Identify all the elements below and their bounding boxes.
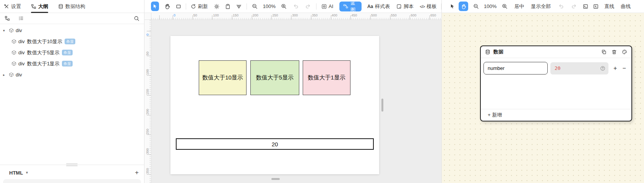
number-value-box[interactable]: 20: [176, 138, 374, 150]
script-icon: [396, 4, 402, 9]
ruler-corner: [144, 13, 151, 20]
ai-button[interactable]: AI: [321, 3, 333, 9]
field-value-display[interactable]: 20: [550, 62, 608, 74]
ruler-tick-label: 650: [430, 13, 436, 17]
vertical-scrollbar-thumb[interactable]: [381, 99, 383, 112]
undo-icon[interactable]: [558, 3, 564, 9]
add-field-button[interactable]: +: [611, 65, 620, 72]
variable-box-icon[interactable]: [593, 4, 599, 9]
duplicate-icon[interactable]: [601, 49, 607, 55]
blueprint-label: 蓝图: [350, 0, 358, 13]
blueprint-canvas[interactable]: 数据 20: [442, 13, 644, 183]
components-icon[interactable]: [236, 4, 242, 9]
blueprint-button[interactable]: 蓝图: [339, 2, 362, 11]
undo-icon[interactable]: [293, 3, 299, 9]
ruler-tick-label: 300: [292, 13, 298, 17]
element-tree: ▾ div div 数值大于10显示 条显: [0, 24, 144, 80]
ruler-tick-label: 250: [146, 128, 149, 134]
settings-icon: [4, 4, 9, 9]
ruler-tick-label: 350: [146, 168, 149, 174]
script-button[interactable]: 脚本: [396, 3, 414, 10]
search-icon[interactable]: [134, 16, 140, 21]
language-label: HTML: [9, 170, 23, 176]
clipboard-icon[interactable]: [225, 4, 230, 9]
tree-row[interactable]: ▸ div: [0, 69, 144, 80]
hand-tool-button[interactable]: [459, 2, 468, 11]
ruler-tick-label: 300: [146, 148, 149, 154]
condition-box[interactable]: 数值大于1显示: [303, 60, 350, 95]
field-value-text: 20: [555, 65, 561, 71]
resize-handle[interactable]: [66, 164, 78, 166]
zoom-in-icon[interactable]: [502, 3, 508, 9]
straight-line-button[interactable]: 直线: [604, 3, 614, 10]
ruler-tick-label: 0: [146, 34, 149, 36]
tree-row[interactable]: div 数值大于10显示 条显: [0, 36, 144, 47]
condition-box-label: 数值大于5显示: [256, 74, 294, 81]
fit-all-button[interactable]: 显示全部: [531, 3, 551, 10]
add-code-button[interactable]: +: [135, 169, 139, 177]
add-data-button[interactable]: + 新增: [488, 112, 502, 118]
zoom-level[interactable]: 100%: [263, 3, 276, 9]
ai-label: AI: [329, 3, 333, 9]
element-cube-icon: [9, 72, 14, 77]
zoom-in-icon[interactable]: [281, 3, 287, 9]
element-cube-icon: [11, 50, 16, 55]
ruler-tick-label: 150: [233, 13, 238, 17]
question-circle-icon[interactable]: [600, 66, 605, 71]
condition-box-label: 数值大于1显示: [308, 74, 345, 81]
hand-tool-button[interactable]: [164, 3, 170, 9]
panel-resize-divider[interactable]: [0, 165, 144, 165]
zoom-level[interactable]: 100%: [484, 3, 496, 9]
tree-row[interactable]: ▾ div: [0, 25, 144, 36]
refresh-label: 刷新: [198, 3, 208, 10]
condition-badge: 条显: [65, 39, 75, 44]
data-card-header: 数据: [481, 46, 631, 58]
condition-badge: 条显: [62, 61, 73, 66]
field-name-input[interactable]: [483, 62, 548, 74]
element-cube-icon: [11, 61, 16, 66]
element-note: 数值大于1显示: [27, 60, 60, 67]
ruler-tick-label: 150: [146, 89, 149, 95]
data-node-card[interactable]: 数据 20: [480, 45, 632, 121]
expander-icon[interactable]: ▾: [3, 29, 9, 32]
template-button[interactable]: </> 模板: [420, 3, 436, 10]
horizontal-scrollbar-thumb[interactable]: [271, 178, 280, 180]
tab-settings-label: 设置: [11, 3, 21, 10]
remove-field-button[interactable]: −: [620, 65, 629, 72]
expander-icon[interactable]: ▸: [3, 73, 9, 77]
stylesheet-button[interactable]: Aa 样式表: [367, 3, 390, 10]
condition-box[interactable]: 数值大于5显示: [250, 60, 299, 95]
outline-icon: [31, 4, 36, 9]
tab-settings[interactable]: 设置: [4, 0, 21, 13]
element-tag: div: [16, 28, 22, 33]
center-view-button[interactable]: 居中: [514, 3, 524, 10]
redo-icon[interactable]: [571, 3, 577, 9]
tab-data-structure[interactable]: 数据结构: [58, 0, 85, 13]
curve-line-button[interactable]: 曲线: [621, 3, 631, 10]
element-tag: div: [18, 39, 25, 44]
ruler-tick-label: 500: [371, 13, 377, 17]
select-tool-button[interactable]: [450, 4, 455, 9]
palette-icon[interactable]: [622, 49, 627, 55]
zoom-out-icon[interactable]: [473, 3, 479, 9]
list-view-icon[interactable]: [18, 16, 24, 21]
select-tool-button[interactable]: [151, 2, 159, 11]
zoom-out-icon[interactable]: [252, 3, 258, 9]
redo-icon[interactable]: [305, 3, 311, 9]
tree-view-icon[interactable]: [5, 16, 10, 21]
refresh-button[interactable]: 刷新: [191, 3, 208, 10]
artboard-page[interactable]: 数值大于10显示 数值大于5显示 数值大于1显示 20: [170, 36, 379, 174]
tree-row[interactable]: div 数值大于1显示 条显: [0, 58, 144, 69]
code-brackets-icon: </>: [420, 4, 425, 9]
gear-icon[interactable]: [214, 4, 219, 9]
trash-icon[interactable]: [612, 49, 617, 55]
tab-outline[interactable]: 大纲: [31, 0, 48, 13]
ruler-tick-label: 200: [146, 109, 149, 115]
frame-tool-button[interactable]: [176, 4, 181, 9]
language-selector[interactable]: HTML ▼: [9, 170, 29, 176]
condition-box[interactable]: 数值大于10显示: [199, 60, 247, 95]
blueprint-icon: [343, 4, 348, 9]
canvas-viewport[interactable]: 数值大于10显示 数值大于5显示 数值大于1显示 20: [151, 20, 441, 183]
console-icon[interactable]: [583, 4, 588, 9]
tree-row[interactable]: div 数值大于5显示 条显: [0, 47, 144, 58]
